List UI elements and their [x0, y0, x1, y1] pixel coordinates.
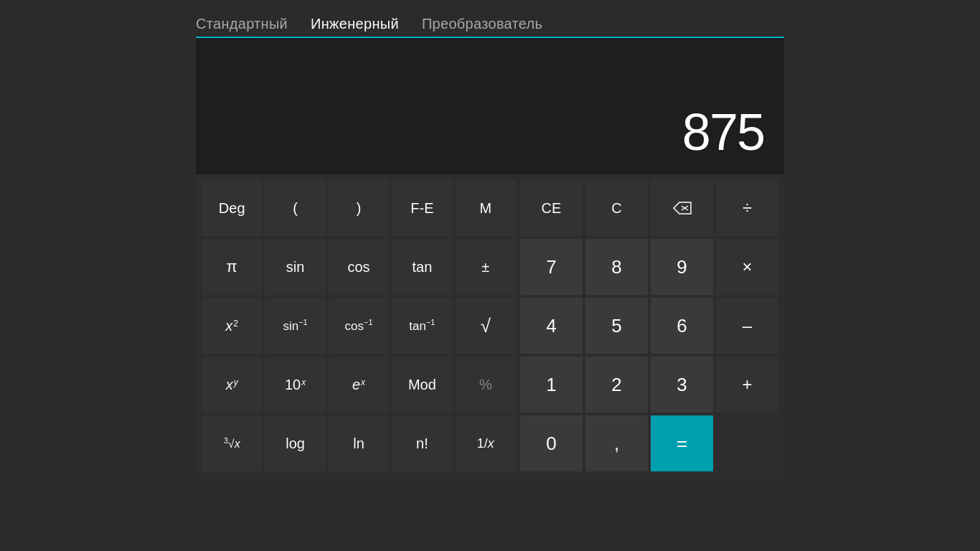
- btn-4[interactable]: 4: [520, 298, 583, 354]
- btn-cos[interactable]: cos: [329, 239, 389, 295]
- btn-deg[interactable]: Deg: [202, 180, 262, 236]
- btn-fe[interactable]: F-E: [392, 180, 452, 236]
- nav-converter[interactable]: Преобразователь: [422, 16, 542, 38]
- btn-mod[interactable]: Mod: [392, 357, 452, 413]
- btn-equals[interactable]: =: [651, 415, 713, 471]
- left-panel: Deg ( ) F-E M π sin cos tan ± x2 sin−1 c…: [202, 180, 516, 471]
- btn-ln[interactable]: ln: [329, 415, 389, 471]
- btn-2[interactable]: 2: [585, 357, 648, 413]
- btn-tan[interactable]: tan: [392, 239, 452, 295]
- btn-sqrt[interactable]: √: [456, 298, 516, 354]
- btn-8[interactable]: 8: [585, 239, 648, 295]
- btn-plusminus[interactable]: ±: [456, 239, 516, 295]
- nav-standard[interactable]: Стандартный: [196, 16, 288, 38]
- btn-subtract[interactable]: –: [716, 298, 778, 354]
- btn-m[interactable]: M: [456, 180, 516, 236]
- btn-1[interactable]: 1: [520, 357, 583, 413]
- btn-ten-x[interactable]: 10x: [265, 357, 325, 413]
- btn-reciprocal[interactable]: 1/x: [456, 415, 516, 471]
- btn-divide[interactable]: ÷: [716, 180, 778, 236]
- btn-sin-inv[interactable]: sin−1: [265, 298, 325, 354]
- btn-log[interactable]: log: [265, 415, 325, 471]
- display-value: 875: [682, 103, 764, 161]
- btn-multiply[interactable]: ×: [716, 239, 778, 295]
- buttons-area: Deg ( ) F-E M π sin cos tan ± x2 sin−1 c…: [196, 174, 784, 477]
- btn-c[interactable]: C: [585, 180, 648, 236]
- btn-cos-inv[interactable]: cos−1: [329, 298, 389, 354]
- btn-pi[interactable]: π: [202, 239, 262, 295]
- btn-7[interactable]: 7: [520, 239, 583, 295]
- calculator: 875 Deg ( ) F-E M π sin cos tan ± x2 sin…: [196, 38, 784, 477]
- btn-6[interactable]: 6: [651, 298, 713, 354]
- btn-factorial[interactable]: n!: [392, 415, 452, 471]
- btn-add[interactable]: +: [716, 357, 778, 413]
- display-area: 875: [196, 38, 784, 174]
- btn-e-x[interactable]: ex: [329, 357, 389, 413]
- btn-9[interactable]: 9: [651, 239, 713, 295]
- active-tab-indicator: [196, 37, 784, 38]
- btn-5[interactable]: 5: [585, 298, 648, 354]
- navigation: Стандартный Инженерный Преобразователь: [196, 0, 784, 38]
- btn-close-paren[interactable]: ): [329, 180, 389, 236]
- btn-open-paren[interactable]: (: [265, 180, 325, 236]
- right-panel: CE C ÷ 7 8 9 × 4 5 6 – 1 2 3 + 0 ,: [520, 180, 778, 471]
- btn-tan-inv[interactable]: tan−1: [392, 298, 452, 354]
- btn-percent[interactable]: %: [456, 357, 516, 413]
- btn-ce[interactable]: CE: [520, 180, 583, 236]
- btn-x-squared[interactable]: x2: [202, 298, 262, 354]
- btn-3[interactable]: 3: [651, 357, 713, 413]
- btn-x-y[interactable]: xy: [202, 357, 262, 413]
- nav-engineering[interactable]: Инженерный: [311, 16, 399, 38]
- btn-sin[interactable]: sin: [265, 239, 325, 295]
- btn-comma[interactable]: ,: [585, 415, 648, 471]
- btn-cbrt[interactable]: 3√x: [202, 415, 262, 471]
- btn-backspace[interactable]: [651, 180, 713, 236]
- btn-0[interactable]: 0: [520, 415, 583, 471]
